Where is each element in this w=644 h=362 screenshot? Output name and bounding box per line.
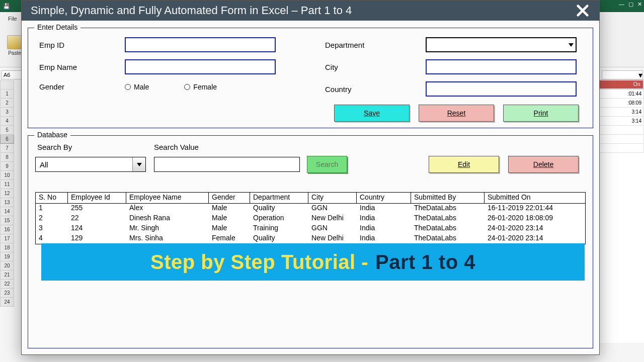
col-country: Country: [357, 193, 411, 203]
table-row[interactable]: 222Dinesh RanaMaleOperationNew DelhiIndi…: [36, 214, 585, 224]
row-header[interactable]: 16: [0, 225, 14, 234]
row-header[interactable]: 5: [0, 126, 14, 135]
partial-grid: On :01:44 :08:09 3:14 3:14: [599, 79, 644, 343]
gender-label: Gender: [39, 82, 125, 91]
cell[interactable]: [599, 126, 644, 135]
search-by-label: Search By: [37, 143, 72, 151]
row-header[interactable]: 6: [0, 135, 14, 144]
emp-id-input[interactable]: [125, 37, 276, 52]
cell[interactable]: 3:14: [599, 117, 644, 126]
table-row[interactable]: 4129Mrs. SinhaFemaleQualityNew DelhiIndi…: [36, 234, 585, 244]
clipboard-icon: [7, 35, 22, 49]
close-icon[interactable]: ✕: [637, 1, 642, 8]
table-header: S. No Employee Id Employee Name Gender D…: [36, 193, 585, 204]
row-header[interactable]: 17: [0, 234, 14, 243]
row-header[interactable]: 22: [0, 280, 14, 289]
search-value-input[interactable]: [154, 157, 300, 172]
cell[interactable]: :08:09: [599, 99, 644, 108]
row-header[interactable]: 11: [0, 180, 14, 189]
table-row[interactable]: 1255AlexMaleQualityGGNIndiaTheDataLabs16…: [36, 204, 585, 214]
select-all-cell[interactable]: [0, 80, 14, 89]
userform-titlebar[interactable]: Simple, Dynamic and Fully Automated Form…: [22, 1, 599, 21]
row-header[interactable]: 3: [0, 108, 14, 117]
row-header[interactable]: 15: [0, 216, 14, 225]
window-controls[interactable]: — ▢ ✕: [619, 1, 642, 8]
col-subby: Submitted By: [411, 193, 485, 203]
cell[interactable]: 3:14: [599, 108, 644, 117]
close-button[interactable]: [571, 2, 594, 20]
col-empid: Employee Id: [68, 193, 126, 203]
reset-button[interactable]: Reset: [419, 105, 494, 122]
cell[interactable]: [599, 144, 644, 153]
emp-name-input[interactable]: [125, 59, 276, 74]
row-header[interactable]: 14: [0, 207, 14, 216]
promo-banner: Step by Step Tutorial - Part 1 to 4: [41, 243, 585, 281]
female-radio[interactable]: Female: [184, 83, 217, 91]
print-button[interactable]: Print: [503, 105, 579, 122]
row-header[interactable]: 18: [0, 243, 14, 252]
row-header[interactable]: 24: [0, 298, 14, 307]
emp-id-label: Emp ID: [39, 41, 125, 49]
col-dept: Department: [250, 193, 308, 203]
row-header[interactable]: 4: [0, 117, 14, 126]
country-input[interactable]: [426, 81, 577, 97]
row-header[interactable]: 20: [0, 261, 14, 270]
edit-button[interactable]: Edit: [429, 156, 499, 173]
country-label: Country: [325, 85, 426, 94]
col-city: City: [308, 193, 357, 203]
emp-name-label: Emp Name: [39, 63, 125, 71]
chevron-down-icon: [569, 43, 574, 47]
row-header[interactable]: 7: [0, 144, 14, 153]
file-tab[interactable]: File: [5, 14, 20, 23]
close-icon: [576, 4, 590, 18]
search-button[interactable]: Search: [307, 156, 347, 173]
radio-icon: [184, 84, 190, 90]
formula-dropdown[interactable]: ▾: [602, 70, 643, 79]
search-value-label: Search Value: [154, 143, 199, 151]
cell[interactable]: [599, 135, 644, 144]
row-header[interactable]: 19: [0, 252, 14, 261]
col-subon: Submitted On: [485, 193, 585, 203]
male-radio[interactable]: Male: [125, 83, 149, 91]
row-header[interactable]: 10: [0, 171, 14, 180]
radio-icon: [125, 84, 131, 90]
department-label: Department: [325, 41, 426, 49]
table-row[interactable]: 3124Mr. SinghMaleTrainingGGNIndiaTheData…: [36, 224, 585, 234]
save-icon[interactable]: 💾: [3, 3, 10, 10]
row-header[interactable]: 9: [0, 162, 14, 171]
save-button[interactable]: Save: [334, 105, 410, 122]
table-body: 1255AlexMaleQualityGGNIndiaTheDataLabs16…: [36, 204, 585, 244]
search-by-combo[interactable]: All: [35, 157, 146, 172]
row-header[interactable]: 1: [0, 89, 14, 99]
row-header[interactable]: 21: [0, 270, 14, 280]
col-sno: S. No: [36, 193, 68, 203]
col-empname: Employee Name: [126, 193, 209, 203]
window-title: Simple, Dynamic and Fully Automated Form…: [31, 4, 352, 17]
chevron-down-icon: [132, 157, 145, 171]
on-header: On: [600, 80, 643, 88]
results-table[interactable]: S. No Employee Id Employee Name Gender D…: [35, 192, 586, 244]
minimize-icon[interactable]: —: [619, 1, 624, 8]
maximize-icon[interactable]: ▢: [628, 1, 633, 8]
row-headers: 1 2 3 4 5 6 7 8 9 10 11 12 13 14 15 16 1…: [0, 89, 14, 307]
promo-text-2: Part 1 to 4: [375, 251, 475, 274]
city-label: City: [325, 63, 426, 71]
database-legend: Database: [34, 131, 70, 139]
department-combo[interactable]: [426, 37, 577, 52]
promo-text-1: Step by Step Tutorial -: [150, 251, 368, 274]
row-header[interactable]: 23: [0, 289, 14, 298]
database-group: Database Search By Search Value All Sear…: [28, 135, 593, 348]
cell[interactable]: :01:44: [599, 89, 644, 99]
row-header[interactable]: 12: [0, 189, 14, 198]
userform-window: Simple, Dynamic and Fully Automated Form…: [21, 0, 600, 355]
delete-button[interactable]: Delete: [508, 156, 579, 173]
city-input[interactable]: [426, 59, 577, 74]
row-header[interactable]: 2: [0, 99, 14, 108]
enter-details-legend: Enter Details: [34, 23, 80, 31]
enter-details-group: Enter Details Emp ID Emp Name Gender Mal…: [28, 28, 593, 128]
col-gender: Gender: [209, 193, 250, 203]
row-header[interactable]: 13: [0, 198, 14, 207]
row-header[interactable]: 8: [0, 153, 14, 162]
